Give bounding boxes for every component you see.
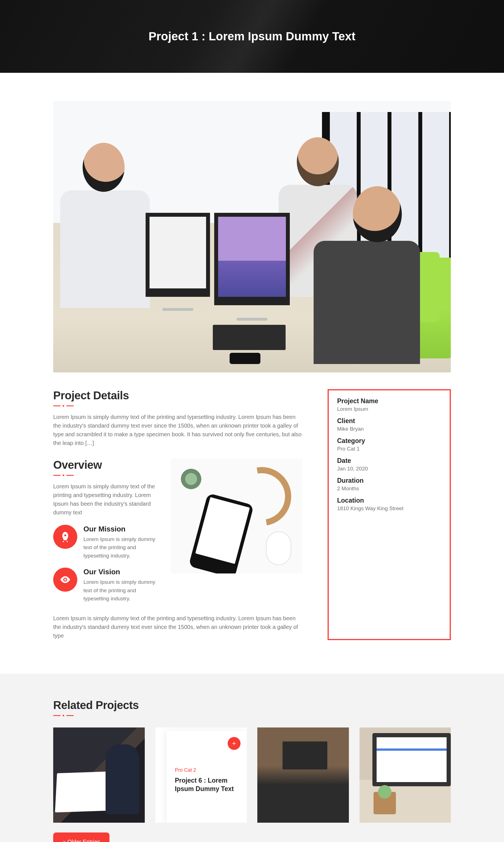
related-card-title: Project 6 : Lorem Ipsum Dummy Text	[175, 776, 238, 793]
divider-decoration	[53, 474, 160, 476]
page-title: Project 1 : Lorem Ipsum Dummy Text	[148, 30, 355, 43]
meta-category-label: Category	[337, 437, 441, 445]
featured-image	[53, 101, 451, 372]
related-card-3[interactable]	[257, 728, 349, 823]
related-card-category: Pro Cat 2	[175, 767, 238, 773]
related-heading: Related Projects	[53, 699, 451, 712]
overview-intro: Lorem Ipsum is simply dummy text of the …	[53, 482, 160, 517]
project-meta-sidebar: Project Name Lorem Ipsum Client Mike Bry…	[328, 389, 451, 640]
project-details-heading: Project Details	[53, 389, 302, 402]
overview-image	[171, 459, 302, 573]
divider-decoration	[53, 405, 302, 407]
mission-block: Our Mission Lorem Ipsum is simply dummy …	[53, 525, 160, 560]
rocket-icon	[53, 525, 77, 549]
meta-category-value: Pro Cat 1	[337, 446, 441, 452]
vision-block: Our Vision Lorem Ipsum is simply dummy t…	[53, 568, 160, 603]
project-details-body: Lorem Ipsum is simply dummy text of the …	[53, 413, 302, 447]
meta-client-label: Client	[337, 417, 441, 425]
meta-name-value: Lorem Ipsum	[337, 406, 441, 412]
related-projects-section: Related Projects + Pro Cat 2 Project 6 :…	[0, 674, 504, 842]
vision-body: Lorem Ipsum is simply dummy text of the …	[84, 578, 160, 603]
meta-date-value: Jan 10, 2020	[337, 466, 441, 472]
related-card-2[interactable]: + Pro Cat 2 Project 6 : Lorem Ipsum Dumm…	[156, 728, 247, 823]
eye-icon	[53, 568, 77, 592]
overview-heading: Overview	[53, 459, 160, 471]
divider-decoration	[53, 715, 451, 716]
meta-location-value: 1810 Kings Way King Street	[337, 505, 441, 512]
older-entries-button[interactable]: « Older Entries	[53, 832, 109, 842]
meta-name-label: Project Name	[337, 397, 441, 405]
overview-outro: Lorem Ipsum is simply dummy text of the …	[53, 614, 302, 640]
related-card-4[interactable]	[360, 728, 451, 823]
meta-duration-value: 2 Months	[337, 486, 441, 492]
plus-icon[interactable]: +	[228, 737, 240, 750]
meta-duration-label: Duration	[337, 477, 441, 484]
mission-title: Our Mission	[84, 525, 160, 534]
mission-body: Lorem Ipsum is simply dummy text of the …	[84, 535, 160, 560]
meta-location-label: Location	[337, 497, 441, 504]
related-card-1[interactable]	[53, 728, 145, 823]
hero-banner: Project 1 : Lorem Ipsum Dummy Text	[0, 0, 504, 73]
meta-date-label: Date	[337, 457, 441, 465]
meta-client-value: Mike Bryan	[337, 426, 441, 432]
vision-title: Our Vision	[84, 568, 160, 576]
